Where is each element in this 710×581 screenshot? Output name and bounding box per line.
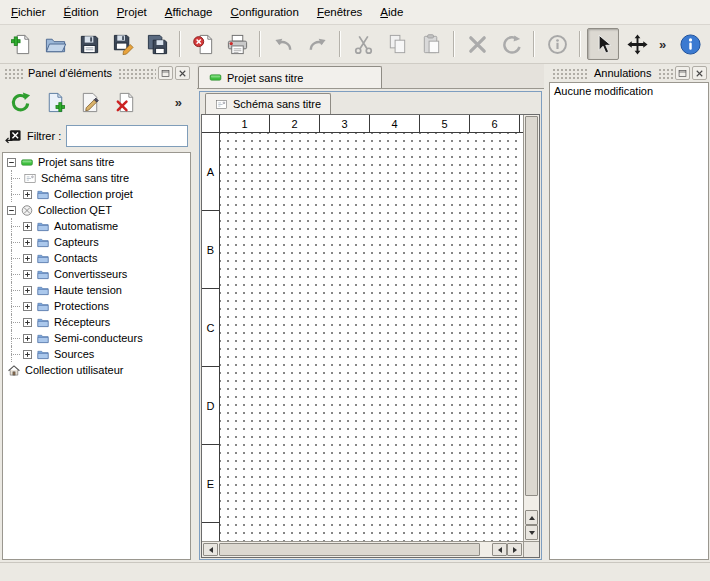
tree-item-13[interactable]: Collection utilisateur [3,362,190,378]
new-project-button[interactable] [5,28,37,60]
expander-plus-icon[interactable] [23,318,32,327]
scroll-up-button[interactable] [525,510,538,525]
print-button[interactable] [221,28,253,60]
toolbar-separator [339,31,341,57]
float-panel-button[interactable] [675,66,690,80]
tree-item-label: Collection QET [38,204,112,216]
menu-item-0[interactable]: Fichier [2,2,55,22]
tree-item-7[interactable]: Convertisseurs [3,266,190,282]
horizontal-scrollbar-thumb[interactable] [219,543,480,556]
tree-item-12[interactable]: Sources [3,346,190,362]
elements-tree[interactable]: Projet sans titreSchéma sans titreCollec… [2,152,191,560]
menu-bar: FichierÉditionProjetAffichageConfigurati… [0,0,710,25]
save-as-icon [112,33,135,56]
expander-plus-icon[interactable] [23,254,32,263]
close-panel-button[interactable] [175,66,190,80]
folder-icon [36,268,50,281]
float-panel-button[interactable] [158,66,173,80]
element-info-button[interactable] [541,28,573,60]
arrow-up-icon [529,516,535,520]
expander-plus-icon[interactable] [23,222,32,231]
vertical-scrollbar[interactable] [523,115,539,541]
tree-item-9[interactable]: Protections [3,298,190,314]
redo-button[interactable] [301,28,333,60]
ruler-row-label: A [202,133,219,211]
tree-item-5[interactable]: Capteurs [3,234,190,250]
delete-button[interactable] [461,28,493,60]
menu-item-2[interactable]: Projet [108,2,156,22]
delete-element-button[interactable] [112,89,139,116]
undo-history-list[interactable]: Aucune modification [549,82,709,560]
tree-item-10[interactable]: Récepteurs [3,314,190,330]
menu-item-5[interactable]: Fenêtres [308,2,371,22]
save-as-button[interactable] [107,28,139,60]
expander-plus-icon[interactable] [23,238,32,247]
ruler-column-label: 1 [220,115,270,132]
scroll-down-button[interactable] [525,525,538,540]
cut-button[interactable] [347,28,379,60]
float-icon [677,68,688,79]
close-project-button[interactable] [187,28,219,60]
copy-button[interactable] [381,28,413,60]
save-button[interactable] [73,28,105,60]
scroll-left-button-2[interactable] [492,543,507,556]
toolbar-overflow-chevron[interactable]: » [655,37,670,52]
project-tab-bar: Projet sans titre [197,64,544,89]
close-panel-button[interactable] [692,66,707,80]
expander-plus-icon[interactable] [23,286,32,295]
tab-project-sans-titre[interactable]: Projet sans titre [198,66,382,88]
menu-item-6[interactable]: Aide [371,2,412,22]
menu-item-1[interactable]: Édition [55,2,108,22]
rotate-button[interactable] [495,28,527,60]
dock-grip[interactable] [657,67,674,79]
tree-item-8[interactable]: Haute tension [3,282,190,298]
expander-plus-icon[interactable] [23,350,32,359]
paste-button[interactable] [415,28,447,60]
expander-plus-icon[interactable] [23,190,32,199]
horizontal-scrollbar[interactable] [202,541,523,557]
menu-item-3[interactable]: Affichage [156,2,222,22]
expander-minus-icon[interactable] [7,158,16,167]
scroll-left-button[interactable] [203,543,218,556]
new-element-button[interactable] [42,89,69,116]
elements-panel: Panel d'éléments » Filtrer : Projet sans… [0,64,193,562]
tree-item-0[interactable]: Projet sans titre [3,154,190,170]
schema-canvas[interactable] [220,133,523,541]
tree-item-6[interactable]: Contacts [3,250,190,266]
save-all-button[interactable] [141,28,173,60]
ruler-column-label: 6 [470,115,520,132]
panel-toolbar-overflow-chevron[interactable]: » [171,95,186,110]
tree-item-1[interactable]: Schéma sans titre [3,170,190,186]
filter-clear-icon[interactable] [5,128,22,145]
arrow-left-icon [209,547,213,553]
open-project-button[interactable] [39,28,71,60]
tab-schema-sans-titre[interactable]: Schéma sans titre [205,93,331,114]
tree-item-4[interactable]: Automatisme [3,218,190,234]
filter-input[interactable] [66,125,188,147]
status-bar [0,562,710,581]
dock-grip[interactable] [117,67,156,79]
tree-item-2[interactable]: Collection projet [3,186,190,202]
about-icon [679,33,702,56]
expander-minus-icon[interactable] [7,206,16,215]
undo-panel-header: Annulations [548,64,710,82]
reload-collections-button[interactable] [7,89,34,116]
tree-item-11[interactable]: Semi-conducteurs [3,330,190,346]
dock-grip[interactable] [551,67,589,79]
expander-plus-icon[interactable] [23,334,32,343]
menu-item-4[interactable]: Configuration [221,2,307,22]
undo-list-item[interactable]: Aucune modification [550,83,708,99]
expander-plus-icon[interactable] [23,270,32,279]
tree-item-label: Protections [54,300,109,312]
edit-element-button[interactable] [77,89,104,116]
undo-button[interactable] [267,28,299,60]
dock-grip[interactable] [3,67,23,79]
selection-mode-button[interactable] [587,28,619,60]
tree-item-3[interactable]: Collection QET [3,202,190,218]
about-qet-button[interactable] [674,28,706,60]
print-icon [226,33,249,56]
vertical-scrollbar-thumb[interactable] [525,116,538,496]
visualisation-mode-button[interactable] [621,28,653,60]
expander-plus-icon[interactable] [23,302,32,311]
scroll-right-button[interactable] [507,543,522,556]
